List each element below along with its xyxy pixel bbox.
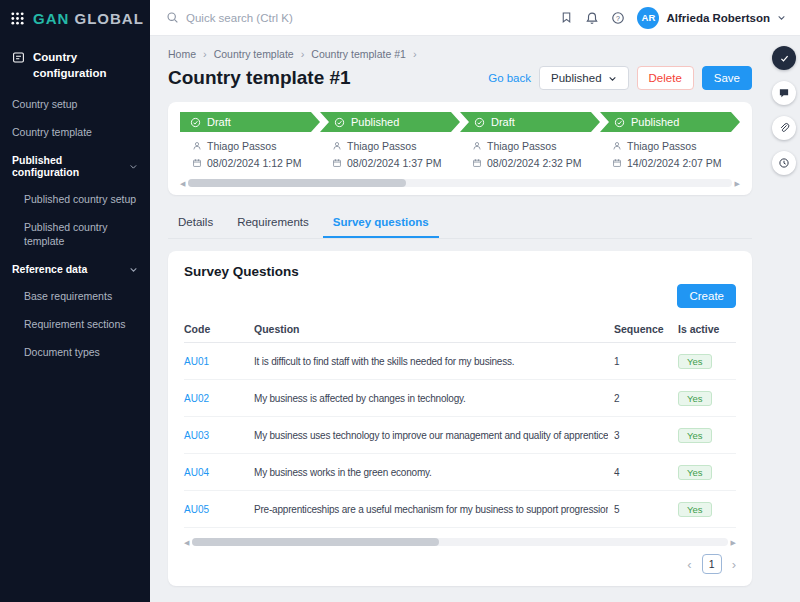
sidebar-group-reference-data[interactable]: Reference data <box>0 255 150 283</box>
person-icon <box>472 141 482 151</box>
tab-requirements[interactable]: Requirements <box>227 209 319 238</box>
table-row[interactable]: AU02 My business is affected by changes … <box>184 380 736 417</box>
sidebar-item-label: Published country setup <box>24 193 136 205</box>
pagination-prev[interactable]: ‹ <box>687 558 691 571</box>
timeline-status-banner: Published <box>600 112 740 132</box>
user-menu[interactable]: AR Alfrieda Robertson <box>637 7 786 29</box>
create-row: Create <box>184 284 736 308</box>
attachments-button[interactable] <box>772 116 796 140</box>
breadcrumb-home[interactable]: Home <box>168 48 196 60</box>
column-header-code: Code <box>184 323 248 335</box>
save-button[interactable]: Save <box>702 66 752 90</box>
go-back-button[interactable]: Go back <box>488 72 531 84</box>
sequence-value: 3 <box>614 430 672 441</box>
pagination-next[interactable]: › <box>732 558 736 571</box>
is-active-badge: Yes <box>678 391 712 406</box>
scroll-left-arrow-icon[interactable]: ◀ <box>184 539 189 546</box>
timeline-user-name: Thiago Passos <box>347 140 416 152</box>
person-icon <box>192 141 202 151</box>
sidebar-item-document-types[interactable]: Document types <box>0 339 150 367</box>
timeline-user: Thiago Passos <box>180 140 320 152</box>
timeline-step: Published Thiago Passos 14/02/2024 2:07 … <box>600 112 740 169</box>
code-link[interactable]: AU04 <box>184 467 248 478</box>
table-row[interactable]: AU01 It is difficult to find staff with … <box>184 343 736 380</box>
timeline-horizontal-scrollbar[interactable]: ◀ ▶ <box>180 179 740 187</box>
timeline-status-label: Published <box>631 116 679 128</box>
table-row[interactable]: AU04 My business works in the green econ… <box>184 454 736 491</box>
scrollbar-track[interactable] <box>188 179 731 187</box>
question-text: My business works in the green economy. <box>254 467 608 478</box>
delete-button[interactable]: Delete <box>637 66 694 90</box>
pagination-page-1[interactable]: 1 <box>702 554 722 574</box>
main-area: ? AR Alfrieda Robertson Home › Country t… <box>150 0 800 602</box>
table-header-row: Code Question Sequence Is active <box>184 316 736 343</box>
sidebar-item-country-setup[interactable]: Country setup <box>0 91 150 119</box>
chat-icon <box>778 87 790 99</box>
tab-survey-questions[interactable]: Survey questions <box>323 209 439 238</box>
chevron-down-icon <box>129 265 138 274</box>
status-dropdown[interactable]: Published <box>539 66 629 90</box>
survey-questions-card: Survey Questions Create Code Question Se… <box>168 251 752 586</box>
scrollbar-thumb[interactable] <box>188 179 405 187</box>
person-icon <box>612 141 622 151</box>
country-configuration-icon <box>12 51 25 64</box>
code-link[interactable]: AU05 <box>184 504 248 515</box>
question-text: It is difficult to find staff with the s… <box>254 356 608 367</box>
question-text: My business is affected by changes in te… <box>254 393 608 404</box>
title-row: Country template #1 Go back Published De… <box>168 66 752 90</box>
svg-text:?: ? <box>617 14 621 21</box>
history-button[interactable] <box>772 151 796 175</box>
code-link[interactable]: AU01 <box>184 356 248 367</box>
survey-questions-title: Survey Questions <box>184 264 736 279</box>
timeline-user: Thiago Passos <box>600 140 740 152</box>
timeline-status-label: Draft <box>491 116 515 128</box>
calendar-icon <box>472 158 482 168</box>
sidebar-item-label: Country setup <box>12 98 77 110</box>
question-text: Pre-apprenticeships are a useful mechani… <box>254 504 608 515</box>
chevron-down-icon <box>129 162 138 171</box>
sidebar-item-country-template[interactable]: Country template <box>0 119 150 147</box>
notifications-button[interactable] <box>585 11 599 25</box>
timeline-date: 08/02/2024 2:32 PM <box>460 157 600 169</box>
scroll-right-arrow-icon[interactable]: ▶ <box>731 539 736 546</box>
scroll-left-arrow-icon[interactable]: ◀ <box>180 180 185 187</box>
app-grid-icon[interactable] <box>10 11 25 26</box>
user-name: Alfrieda Robertson <box>666 12 770 24</box>
scrollbar-track[interactable] <box>192 538 727 546</box>
table-horizontal-scrollbar[interactable]: ◀ ▶ <box>184 538 736 546</box>
sidebar-header: GAN GLOBAL <box>0 0 150 36</box>
sidebar-item-requirement-sections[interactable]: Requirement sections <box>0 311 150 339</box>
table-row[interactable]: AU05 Pre-apprenticeships are a useful me… <box>184 491 736 528</box>
approvals-button[interactable] <box>772 46 796 70</box>
sequence-value: 2 <box>614 393 672 404</box>
table-row[interactable]: AU03 My business uses technology to impr… <box>184 417 736 454</box>
comments-button[interactable] <box>772 81 796 105</box>
sidebar: GAN GLOBAL Country configuration Country… <box>0 0 150 602</box>
sidebar-item-published-country-template[interactable]: Published country template <box>0 214 150 255</box>
breadcrumb-country-template-1[interactable]: Country template #1 <box>311 48 406 60</box>
search-input[interactable] <box>186 12 406 24</box>
sidebar-group-published-configuration[interactable]: Published configuration <box>0 146 150 186</box>
timeline-step: Draft Thiago Passos 08/02/2024 1:12 PM <box>180 112 320 169</box>
title-actions: Go back Published Delete Save <box>488 66 752 90</box>
help-button[interactable]: ? <box>611 11 625 25</box>
breadcrumb-country-template[interactable]: Country template <box>214 48 294 60</box>
sidebar-group-label: Published configuration <box>12 154 129 178</box>
column-header-question: Question <box>254 323 608 335</box>
code-link[interactable]: AU02 <box>184 393 248 404</box>
sidebar-section-label: Country configuration <box>33 50 138 81</box>
scrollbar-thumb[interactable] <box>192 538 438 546</box>
scroll-right-arrow-icon[interactable]: ▶ <box>735 180 740 187</box>
sequence-value: 5 <box>614 504 672 515</box>
create-button[interactable]: Create <box>677 284 736 308</box>
sidebar-item-base-requirements[interactable]: Base requirements <box>0 283 150 311</box>
is-active-badge: Yes <box>678 354 712 369</box>
search-icon <box>166 11 179 24</box>
sidebar-item-label: Country template <box>12 126 92 138</box>
bookmark-button[interactable] <box>560 11 573 24</box>
search-box[interactable] <box>166 11 560 24</box>
chevron-down-icon <box>777 13 786 22</box>
code-link[interactable]: AU03 <box>184 430 248 441</box>
sidebar-item-published-country-setup[interactable]: Published country setup <box>0 186 150 214</box>
tab-details[interactable]: Details <box>168 209 223 238</box>
